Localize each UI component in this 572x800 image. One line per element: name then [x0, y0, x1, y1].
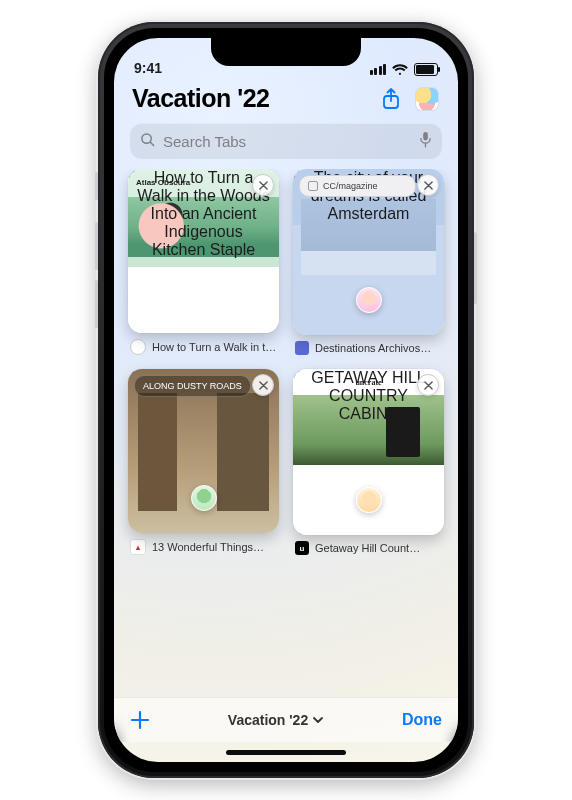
tabs-grid: Atlas Obscura Gastro Obscura How to Turn… — [114, 169, 458, 691]
close-tab-button[interactable] — [252, 374, 274, 396]
tab-caption: How to Turn a Walk in t… — [128, 339, 279, 355]
home-indicator[interactable] — [114, 742, 458, 762]
close-tab-button[interactable] — [252, 174, 274, 196]
tab-caption: Destinations Archivos… — [293, 341, 444, 355]
tab-groups-icon — [416, 88, 438, 110]
tab-groups-button[interactable] — [414, 86, 440, 112]
tab-caption-text: How to Turn a Walk in t… — [152, 341, 277, 353]
notch — [211, 38, 361, 66]
chevron-down-icon — [312, 714, 324, 726]
share-button[interactable] — [378, 86, 404, 112]
tab-group-switcher[interactable]: Vacation '22 — [228, 712, 324, 728]
shared-by-avatar[interactable] — [356, 287, 382, 313]
new-tab-button[interactable] — [130, 710, 150, 730]
tab-caption-text: 13 Wonderful Things… — [152, 541, 277, 553]
tab-caption-text: Destinations Archivos… — [315, 342, 442, 354]
search-tabs-field[interactable]: Search Tabs — [130, 123, 442, 159]
tab-card[interactable]: CC/magazine 06.10.2021 The city of your … — [293, 169, 444, 355]
tab-card[interactable]: uncrate GETAWAY HILL COUNTRY CABINS Duri… — [293, 369, 444, 555]
favicon-icon — [295, 341, 309, 355]
mute-switch — [95, 172, 98, 200]
close-tab-button[interactable] — [417, 174, 439, 196]
tab-site-brand: uncrate — [319, 375, 418, 389]
favicon-icon: u — [295, 541, 309, 555]
tab-url-text: CC/magazine — [323, 181, 378, 191]
battery-icon — [414, 63, 438, 76]
screen: 9:41 Vacation '22 — [114, 38, 458, 762]
tab-url-chip: ALONG DUSTY ROADS — [134, 375, 251, 397]
favicon-icon — [130, 339, 146, 355]
tab-url-chip: CC/magazine — [299, 175, 416, 197]
hamburger-icon — [308, 181, 318, 191]
microphone-icon[interactable] — [419, 131, 432, 151]
tab-group-switcher-label: Vacation '22 — [228, 712, 308, 728]
close-tab-button[interactable] — [417, 374, 439, 396]
shared-by-avatar[interactable] — [191, 485, 217, 511]
tab-caption: u Getaway Hill Count… — [293, 541, 444, 555]
search-placeholder: Search Tabs — [163, 133, 411, 150]
cellular-signal-icon — [370, 64, 387, 75]
tab-card[interactable]: ALONG DUSTY ROADS 13 WONDERFUL THINGS TO… — [128, 369, 279, 555]
tab-site-brand: Atlas Obscura — [136, 175, 251, 189]
search-icon — [140, 132, 155, 150]
done-button[interactable]: Done — [402, 711, 442, 729]
volume-down-button — [95, 280, 98, 328]
page-title: Vacation '22 — [132, 84, 368, 113]
header: Vacation '22 — [114, 78, 458, 119]
volume-up-button — [95, 222, 98, 270]
favicon-icon: ▴ — [130, 539, 146, 555]
phone-device-frame: 9:41 Vacation '22 — [98, 22, 474, 778]
shared-by-avatar[interactable] — [356, 487, 382, 513]
svg-rect-2 — [423, 132, 428, 140]
tab-card[interactable]: Atlas Obscura Gastro Obscura How to Turn… — [128, 169, 279, 355]
tab-url-text: ALONG DUSTY ROADS — [143, 381, 242, 391]
tab-caption-text: Getaway Hill Count… — [315, 542, 442, 554]
toolbar: Vacation '22 Done — [114, 697, 458, 742]
wifi-icon — [392, 64, 408, 76]
power-button — [474, 232, 477, 304]
tab-caption: ▴ 13 Wonderful Things… — [128, 539, 279, 555]
status-time: 9:41 — [134, 60, 162, 76]
